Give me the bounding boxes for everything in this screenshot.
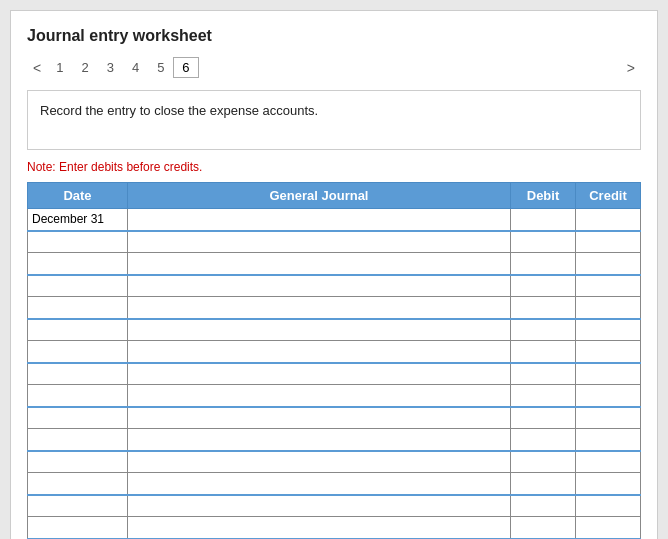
debit-input[interactable] — [515, 498, 571, 515]
date-cell[interactable] — [28, 319, 128, 341]
date-input[interactable] — [32, 387, 123, 404]
date-input[interactable] — [32, 234, 123, 251]
credit-cell[interactable] — [576, 517, 641, 539]
date-cell[interactable] — [28, 451, 128, 473]
journal-cell[interactable] — [128, 297, 511, 319]
debit-cell[interactable] — [511, 319, 576, 341]
journal-input[interactable] — [132, 475, 506, 492]
date-cell[interactable] — [28, 407, 128, 429]
journal-input[interactable] — [132, 454, 506, 471]
journal-input[interactable] — [132, 234, 506, 251]
page-5[interactable]: 5 — [148, 57, 173, 78]
debit-input[interactable] — [515, 299, 571, 316]
debit-input[interactable] — [515, 387, 571, 404]
credit-cell[interactable] — [576, 297, 641, 319]
debit-input[interactable] — [515, 211, 571, 228]
date-cell[interactable] — [28, 297, 128, 319]
credit-cell[interactable] — [576, 495, 641, 517]
credit-input[interactable] — [580, 431, 636, 448]
date-input[interactable] — [32, 343, 123, 360]
date-input[interactable] — [32, 322, 123, 339]
date-cell[interactable] — [28, 209, 128, 231]
debit-cell[interactable] — [511, 473, 576, 495]
debit-cell[interactable] — [511, 407, 576, 429]
debit-input[interactable] — [515, 278, 571, 295]
credit-cell[interactable] — [576, 385, 641, 407]
next-page-button[interactable]: > — [621, 58, 641, 78]
journal-cell[interactable] — [128, 429, 511, 451]
date-input[interactable] — [32, 475, 123, 492]
credit-cell[interactable] — [576, 363, 641, 385]
debit-cell[interactable] — [511, 429, 576, 451]
credit-cell[interactable] — [576, 209, 641, 231]
debit-cell[interactable] — [511, 385, 576, 407]
debit-cell[interactable] — [511, 209, 576, 231]
journal-cell[interactable] — [128, 517, 511, 539]
date-cell[interactable] — [28, 275, 128, 297]
date-cell[interactable] — [28, 429, 128, 451]
page-2[interactable]: 2 — [72, 57, 97, 78]
debit-cell[interactable] — [511, 231, 576, 253]
date-cell[interactable] — [28, 495, 128, 517]
date-cell[interactable] — [28, 253, 128, 275]
credit-input[interactable] — [580, 211, 636, 228]
date-input[interactable] — [32, 410, 123, 427]
date-cell[interactable] — [28, 385, 128, 407]
date-cell[interactable] — [28, 231, 128, 253]
credit-cell[interactable] — [576, 429, 641, 451]
journal-cell[interactable] — [128, 319, 511, 341]
debit-cell[interactable] — [511, 275, 576, 297]
date-cell[interactable] — [28, 363, 128, 385]
journal-input[interactable] — [132, 278, 506, 295]
date-input[interactable] — [32, 498, 123, 515]
journal-input[interactable] — [132, 299, 506, 316]
journal-cell[interactable] — [128, 231, 511, 253]
journal-cell[interactable] — [128, 341, 511, 363]
credit-cell[interactable] — [576, 407, 641, 429]
credit-cell[interactable] — [576, 253, 641, 275]
credit-input[interactable] — [580, 278, 636, 295]
journal-input[interactable] — [132, 322, 506, 339]
date-input[interactable] — [32, 454, 123, 471]
date-input[interactable] — [32, 431, 123, 448]
journal-input[interactable] — [132, 431, 506, 448]
credit-cell[interactable] — [576, 451, 641, 473]
journal-input[interactable] — [132, 211, 506, 228]
journal-input[interactable] — [132, 410, 506, 427]
journal-input[interactable] — [132, 519, 506, 536]
date-input[interactable] — [32, 278, 123, 295]
credit-input[interactable] — [580, 519, 636, 536]
prev-page-button[interactable]: < — [27, 58, 47, 78]
debit-input[interactable] — [515, 454, 571, 471]
credit-cell[interactable] — [576, 473, 641, 495]
journal-cell[interactable] — [128, 209, 511, 231]
debit-cell[interactable] — [511, 341, 576, 363]
credit-input[interactable] — [580, 475, 636, 492]
journal-input[interactable] — [132, 387, 506, 404]
journal-input[interactable] — [132, 255, 506, 272]
journal-cell[interactable] — [128, 275, 511, 297]
date-input[interactable] — [32, 519, 123, 536]
journal-cell[interactable] — [128, 407, 511, 429]
page-4[interactable]: 4 — [123, 57, 148, 78]
debit-input[interactable] — [515, 234, 571, 251]
credit-input[interactable] — [580, 343, 636, 360]
debit-input[interactable] — [515, 322, 571, 339]
credit-input[interactable] — [580, 322, 636, 339]
journal-input[interactable] — [132, 343, 506, 360]
credit-cell[interactable] — [576, 231, 641, 253]
debit-input[interactable] — [515, 343, 571, 360]
debit-input[interactable] — [515, 255, 571, 272]
journal-input[interactable] — [132, 366, 506, 383]
journal-cell[interactable] — [128, 363, 511, 385]
date-input[interactable] — [32, 211, 123, 228]
date-cell[interactable] — [28, 473, 128, 495]
debit-input[interactable] — [515, 366, 571, 383]
credit-cell[interactable] — [576, 275, 641, 297]
debit-input[interactable] — [515, 431, 571, 448]
debit-cell[interactable] — [511, 451, 576, 473]
journal-cell[interactable] — [128, 495, 511, 517]
page-3[interactable]: 3 — [98, 57, 123, 78]
debit-input[interactable] — [515, 410, 571, 427]
debit-cell[interactable] — [511, 363, 576, 385]
